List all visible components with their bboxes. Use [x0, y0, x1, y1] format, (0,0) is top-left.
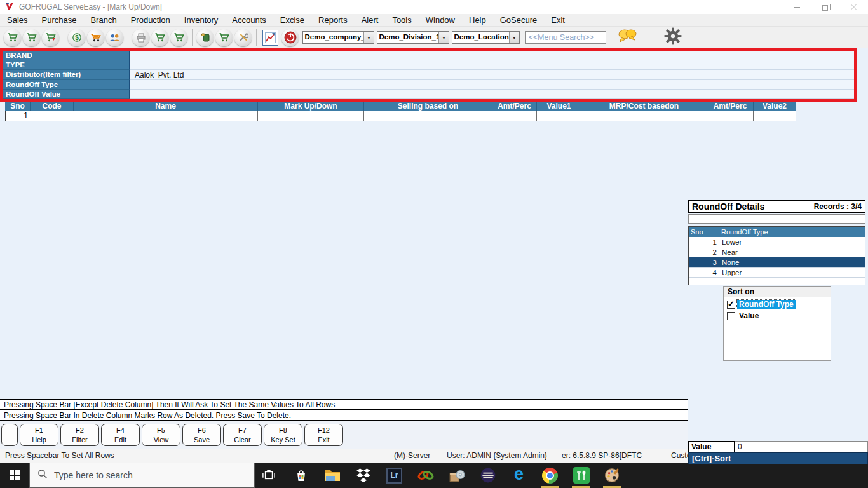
estimate-icon[interactable]: [170, 29, 187, 46]
roundoff-search-box[interactable]: [688, 214, 865, 224]
task-view-button[interactable]: [255, 463, 283, 488]
menu-search-input[interactable]: [525, 31, 606, 44]
row1-value1[interactable]: [537, 111, 581, 121]
restore-button[interactable]: [811, 0, 839, 14]
taskbar-search[interactable]: [29, 463, 255, 488]
f6-save-button[interactable]: F6Save: [182, 424, 221, 446]
taskbar-app-lightroom[interactable]: Lr: [379, 463, 410, 488]
row1-mrpcost[interactable]: [581, 111, 707, 121]
value-box-input[interactable]: 0: [735, 441, 868, 452]
fn-blank-button[interactable]: [1, 424, 18, 446]
taskbar-app-installer[interactable]: [441, 463, 472, 488]
roundoff-type-checkbox[interactable]: [727, 301, 735, 309]
roundoff-records-count: Records : 3/4: [814, 202, 862, 211]
menu-accounts[interactable]: Accounts: [225, 14, 273, 27]
f2-filter-button[interactable]: F2Filter: [60, 424, 99, 446]
menu-inventory[interactable]: Inventory: [177, 14, 226, 27]
f5-view-button[interactable]: F5View: [142, 424, 180, 446]
company-dropdown[interactable]: Demo_company_ ▼: [302, 31, 374, 44]
menu-production[interactable]: Production: [124, 14, 177, 27]
roundoff-row-sno: 4: [689, 268, 719, 277]
menu-purchase[interactable]: Purchase: [35, 14, 84, 27]
division-dropdown[interactable]: Demo_Division_1 ▼: [377, 31, 449, 44]
brand-label: BRAND: [3, 51, 130, 60]
purchase-cart-icon[interactable]: [87, 29, 104, 46]
menu-sales[interactable]: Sales: [0, 14, 35, 27]
grid-row-1[interactable]: 1: [5, 111, 796, 121]
menu-gosecure[interactable]: GoSecure: [493, 14, 545, 27]
settings-gear-icon[interactable]: [663, 27, 682, 48]
roundoff-value-value[interactable]: [130, 90, 854, 99]
taskbar-app-eclipse[interactable]: [472, 463, 503, 488]
sort-on-box: Sort on RoundOff Type Value: [723, 286, 831, 361]
taskbar-app-file-explorer[interactable]: [316, 463, 348, 488]
taskbar-app-chrome[interactable]: [534, 463, 566, 488]
menu-tools[interactable]: Tools: [385, 14, 418, 27]
location-dropdown[interactable]: Demo_Location ▼: [452, 31, 520, 44]
form-row-distributor[interactable]: Distributor(Item filter) Aalok Pvt. Ltd: [3, 70, 854, 80]
menu-branch[interactable]: Branch: [83, 14, 123, 27]
row1-code[interactable]: [31, 111, 74, 121]
division-dropdown-arrow-icon[interactable]: ▼: [438, 32, 448, 43]
form-row-roundoff-value[interactable]: RoundOff Value: [3, 90, 854, 99]
toolbar: $ Demo_company_ ▼ Demo_Division_1 ▼ Demo…: [0, 27, 868, 48]
menu-alert[interactable]: Alert: [355, 14, 386, 27]
sales-bill-icon[interactable]: [4, 29, 21, 46]
value-checkbox[interactable]: [727, 312, 735, 320]
payment-icon[interactable]: $: [68, 29, 85, 46]
location-dropdown-arrow-icon[interactable]: ▼: [509, 32, 519, 43]
row1-sellingbased[interactable]: [364, 111, 492, 121]
form-row-roundoff-type[interactable]: RoundOff Type: [3, 80, 854, 90]
sort-option-roundoff-type[interactable]: RoundOff Type: [727, 300, 831, 309]
customers-icon[interactable]: [106, 29, 123, 46]
row1-sno[interactable]: 1: [6, 111, 31, 121]
row1-amtperc1[interactable]: [492, 111, 537, 121]
report-chart-icon[interactable]: [262, 30, 278, 46]
roundoff-row-lower[interactable]: 1 Lower: [689, 237, 865, 247]
taskbar-app-paint[interactable]: [597, 463, 628, 488]
minimize-button[interactable]: [782, 0, 811, 14]
sales-return-icon[interactable]: [42, 29, 59, 46]
roundoff-row-near[interactable]: 2 Near: [689, 247, 865, 257]
tools-icon[interactable]: [234, 29, 252, 46]
power-off-icon[interactable]: [281, 29, 299, 46]
menu-reports[interactable]: Reports: [311, 14, 355, 27]
f4-edit-button[interactable]: F4Edit: [101, 424, 140, 446]
type-value[interactable]: [130, 60, 854, 70]
f12-exit-button[interactable]: F12Exit: [304, 424, 343, 446]
quotation-icon[interactable]: [151, 29, 168, 46]
menu-help[interactable]: Help: [462, 14, 493, 27]
f1-help-button[interactable]: F1Help: [20, 424, 58, 446]
row1-name[interactable]: [74, 111, 258, 121]
roundoff-row-upper[interactable]: 4 Upper: [689, 268, 865, 278]
taskbar-app-visual-studio[interactable]: [410, 463, 441, 488]
roundoff-row-none-selected[interactable]: 3 None: [689, 257, 865, 268]
row1-value2[interactable]: [754, 111, 796, 121]
taskbar-app-dropbox[interactable]: [348, 463, 379, 488]
row1-amtperc2[interactable]: [707, 111, 754, 121]
form-row-brand[interactable]: BRAND: [3, 51, 854, 60]
company-dropdown-arrow-icon[interactable]: ▼: [363, 32, 373, 43]
distributor-value[interactable]: Aalok Pvt. Ltd: [130, 70, 854, 80]
f8-keyset-button[interactable]: F8Key Set: [264, 424, 302, 446]
taskbar-app-edge[interactable]: e: [503, 463, 534, 488]
close-button[interactable]: [839, 0, 868, 14]
item-cart-icon[interactable]: [215, 29, 233, 46]
taskbar-search-input[interactable]: [54, 470, 232, 480]
row1-markupdown[interactable]: [258, 111, 364, 121]
print-icon[interactable]: [132, 29, 149, 46]
stock-icon[interactable]: [196, 29, 214, 46]
menu-exit[interactable]: Exit: [544, 14, 572, 27]
menu-window[interactable]: Window: [419, 14, 462, 27]
brand-value[interactable]: [130, 51, 854, 60]
chat-bubbles-icon[interactable]: [618, 29, 637, 46]
sort-option-value[interactable]: Value: [727, 311, 831, 320]
sales-order-icon[interactable]: [23, 29, 40, 46]
taskbar-app-serveeasy[interactable]: [566, 463, 597, 488]
taskbar-app-store[interactable]: [285, 463, 316, 488]
roundoff-type-value[interactable]: [130, 80, 854, 90]
f7-clear-button[interactable]: F7Clear: [223, 424, 262, 446]
start-button[interactable]: [0, 463, 29, 488]
form-row-type[interactable]: TYPE: [3, 60, 854, 70]
menu-excise[interactable]: Excise: [273, 14, 311, 27]
